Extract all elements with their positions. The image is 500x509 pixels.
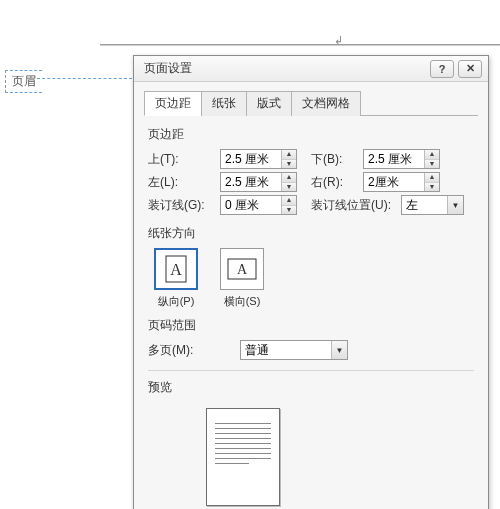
caret-icon: ↲: [334, 34, 343, 47]
portrait-icon: A: [154, 248, 198, 290]
tab-margins-label: 页边距: [155, 96, 191, 110]
gutter-field[interactable]: ▲▼: [220, 195, 297, 215]
portrait-caption: 纵向(P): [154, 294, 198, 309]
preview-section-label: 预览: [148, 379, 474, 396]
dialog-body: 页边距 上(T): ▲▼ 下(B): ▲▼ 左(L): ▲▼ 右(R): ▲▼: [134, 116, 488, 509]
page-setup-dialog: 页面设置 ? ✕ 页边距 纸张 版式 文档网格 页边距 上(T): ▲▼ 下(B…: [133, 55, 489, 509]
landscape-caption: 横向(S): [220, 294, 264, 309]
orientation-portrait[interactable]: A 纵向(P): [154, 248, 198, 309]
tab-grid-label: 文档网格: [302, 96, 350, 110]
margin-top-label: 上(T):: [148, 151, 220, 168]
close-button[interactable]: ✕: [458, 60, 482, 78]
margin-top-field[interactable]: ▲▼: [220, 149, 297, 169]
tab-layout[interactable]: 版式: [246, 91, 292, 116]
gutter-pos-combo[interactable]: ▼: [401, 195, 464, 215]
gutter-pos-label: 装订线位置(U):: [311, 197, 401, 214]
margin-bottom-field[interactable]: ▲▼: [363, 149, 440, 169]
gutter-input[interactable]: [221, 196, 281, 214]
margin-left-input[interactable]: [221, 173, 281, 191]
orientation-section-label: 纸张方向: [148, 225, 474, 242]
spin-buttons[interactable]: ▲▼: [424, 150, 439, 168]
margin-left-label: 左(L):: [148, 174, 220, 191]
spin-buttons[interactable]: ▲▼: [281, 196, 296, 214]
spin-buttons[interactable]: ▲▼: [424, 173, 439, 191]
margin-left-row: 左(L): ▲▼ 右(R): ▲▼: [148, 172, 474, 192]
margin-top-input[interactable]: [221, 150, 281, 168]
spin-down-icon[interactable]: ▼: [425, 160, 439, 169]
header-section-text: 页眉: [12, 74, 36, 88]
help-button[interactable]: ?: [430, 60, 454, 78]
margin-bottom-label: 下(B):: [311, 151, 363, 168]
orientation-row: A 纵向(P) A 横向(S): [154, 248, 474, 309]
spin-down-icon[interactable]: ▼: [282, 160, 296, 169]
chevron-down-icon[interactable]: ▼: [447, 196, 463, 214]
page-preview-icon: [206, 408, 280, 506]
tab-grid[interactable]: 文档网格: [291, 91, 361, 116]
preview-area: [188, 402, 298, 509]
margin-right-field[interactable]: ▲▼: [363, 172, 440, 192]
margin-right-input[interactable]: [364, 173, 424, 191]
close-icon: ✕: [466, 62, 475, 75]
multipage-row: 多页(M): ▼: [148, 340, 474, 360]
section-divider: [148, 370, 474, 371]
landscape-icon: A: [220, 248, 264, 290]
spin-up-icon[interactable]: ▲: [282, 173, 296, 183]
gutter-pos-input[interactable]: [402, 196, 447, 214]
multipage-combo[interactable]: ▼: [240, 340, 348, 360]
spin-up-icon[interactable]: ▲: [425, 150, 439, 160]
svg-text:A: A: [170, 261, 182, 278]
header-dashed-line: [37, 78, 132, 79]
header-section-label: 页眉: [5, 70, 42, 93]
margin-bottom-input[interactable]: [364, 150, 424, 168]
spin-buttons[interactable]: ▲▼: [281, 150, 296, 168]
spin-up-icon[interactable]: ▲: [282, 150, 296, 160]
margin-right-label: 右(R):: [311, 174, 363, 191]
spin-down-icon[interactable]: ▼: [425, 183, 439, 192]
spin-up-icon[interactable]: ▲: [282, 196, 296, 206]
multipage-label: 多页(M):: [148, 342, 220, 359]
tab-margins[interactable]: 页边距: [144, 91, 202, 116]
chevron-down-icon[interactable]: ▼: [331, 341, 347, 359]
tab-paper-label: 纸张: [212, 96, 236, 110]
tab-paper[interactable]: 纸张: [201, 91, 247, 116]
spin-down-icon[interactable]: ▼: [282, 206, 296, 215]
spin-buttons[interactable]: ▲▼: [281, 173, 296, 191]
dialog-titlebar: 页面设置 ? ✕: [134, 56, 488, 82]
gutter-row: 装订线(G): ▲▼ 装订线位置(U): ▼: [148, 195, 474, 215]
orientation-landscape[interactable]: A 横向(S): [220, 248, 264, 309]
margin-top-row: 上(T): ▲▼ 下(B): ▲▼: [148, 149, 474, 169]
spin-down-icon[interactable]: ▼: [282, 183, 296, 192]
titlebar-buttons: ? ✕: [430, 60, 482, 78]
multipage-input[interactable]: [241, 341, 331, 359]
pages-section-label: 页码范围: [148, 317, 474, 334]
tab-layout-label: 版式: [257, 96, 281, 110]
tab-strip: 页边距 纸张 版式 文档网格: [144, 90, 478, 116]
svg-text:A: A: [237, 262, 248, 277]
help-icon: ?: [439, 63, 446, 75]
spin-up-icon[interactable]: ▲: [425, 173, 439, 183]
margins-section-label: 页边距: [148, 126, 474, 143]
margin-left-field[interactable]: ▲▼: [220, 172, 297, 192]
document-ruler-line: [100, 44, 500, 46]
dialog-title: 页面设置: [144, 60, 192, 77]
gutter-label: 装订线(G):: [148, 197, 220, 214]
